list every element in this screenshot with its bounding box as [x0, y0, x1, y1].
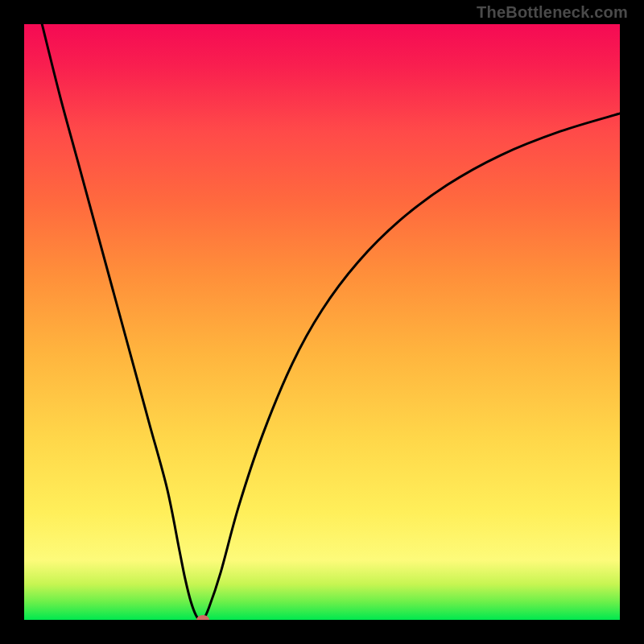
bottleneck-curve: [24, 24, 620, 620]
watermark-text: TheBottleneck.com: [477, 3, 628, 22]
chart-frame: TheBottleneck.com: [0, 0, 644, 644]
plot-area: [24, 24, 620, 620]
minimum-marker: [196, 615, 209, 620]
